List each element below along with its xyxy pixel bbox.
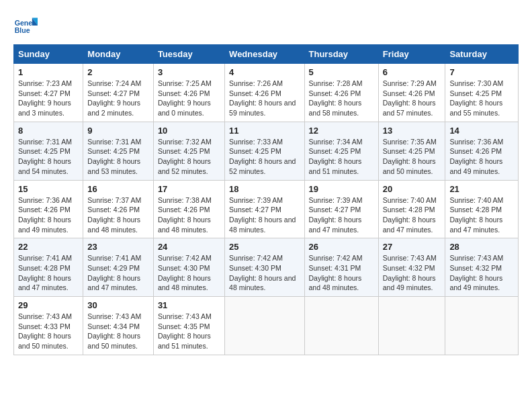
day-detail: Sunrise: 7:37 AMSunset: 4:26 PMDaylight:… [87,195,149,235]
day-number: 1 [18,67,79,77]
calendar-day-cell: 13 Sunrise: 7:35 AMSunset: 4:25 PMDaylig… [378,122,445,180]
day-number: 22 [18,242,79,252]
calendar-week-row: 1 Sunrise: 7:23 AMSunset: 4:27 PMDayligh… [14,64,519,122]
day-number: 18 [229,184,300,194]
day-number: 29 [18,300,79,310]
day-number: 24 [158,242,220,252]
calendar-day-cell: 6 Sunrise: 7:29 AMSunset: 4:26 PMDayligh… [378,64,445,122]
day-detail: Sunrise: 7:26 AMSunset: 4:26 PMDaylight:… [229,79,300,118]
logo: General Blue [13,13,38,38]
calendar-day-cell: 18 Sunrise: 7:39 AMSunset: 4:27 PMDaylig… [225,180,304,238]
day-detail: Sunrise: 7:34 AMSunset: 4:25 PMDaylight:… [309,137,374,177]
day-detail: Sunrise: 7:33 AMSunset: 4:25 PMDaylight:… [229,137,300,177]
calendar-day-cell: 1 Sunrise: 7:23 AMSunset: 4:27 PMDayligh… [14,64,83,122]
day-detail: Sunrise: 7:23 AMSunset: 4:27 PMDaylight:… [18,79,79,118]
day-detail: Sunrise: 7:28 AMSunset: 4:26 PMDaylight:… [309,79,374,118]
calendar-day-cell: 24 Sunrise: 7:42 AMSunset: 4:30 PMDaylig… [153,238,224,297]
calendar-day-cell: 30 Sunrise: 7:43 AMSunset: 4:34 PMDaylig… [83,297,154,355]
day-detail: Sunrise: 7:41 AMSunset: 4:29 PMDaylight:… [87,253,149,293]
day-detail: Sunrise: 7:40 AMSunset: 4:28 PMDaylight:… [383,195,441,235]
day-detail: Sunrise: 7:41 AMSunset: 4:28 PMDaylight:… [18,253,79,293]
calendar-day-cell: 27 Sunrise: 7:43 AMSunset: 4:32 PMDaylig… [378,238,445,297]
day-number: 2 [87,67,149,77]
day-number: 10 [158,126,220,136]
calendar-day-cell: 4 Sunrise: 7:26 AMSunset: 4:26 PMDayligh… [225,64,304,122]
day-detail: Sunrise: 7:43 AMSunset: 4:32 PMDaylight:… [449,253,514,293]
calendar-day-cell: 28 Sunrise: 7:43 AMSunset: 4:32 PMDaylig… [445,238,519,297]
day-detail: Sunrise: 7:25 AMSunset: 4:26 PMDaylight:… [158,79,220,118]
day-number: 15 [18,184,79,194]
day-number: 31 [158,300,220,310]
calendar-week-row: 15 Sunrise: 7:36 AMSunset: 4:26 PMDaylig… [14,180,519,238]
day-detail: Sunrise: 7:38 AMSunset: 4:26 PMDaylight:… [158,195,220,235]
day-detail: Sunrise: 7:36 AMSunset: 4:26 PMDaylight:… [449,137,514,177]
calendar-day-cell: 10 Sunrise: 7:32 AMSunset: 4:25 PMDaylig… [153,122,224,180]
day-detail: Sunrise: 7:31 AMSunset: 4:25 PMDaylight:… [18,137,79,177]
calendar-day-cell: 17 Sunrise: 7:38 AMSunset: 4:26 PMDaylig… [153,180,224,238]
weekday-header-cell: Saturday [445,45,519,64]
calendar-day-cell: 5 Sunrise: 7:28 AMSunset: 4:26 PMDayligh… [304,64,378,122]
weekday-header-cell: Tuesday [153,45,224,64]
calendar-table: SundayMondayTuesdayWednesdayThursdayFrid… [13,44,519,355]
day-detail: Sunrise: 7:40 AMSunset: 4:28 PMDaylight:… [449,195,514,235]
day-detail: Sunrise: 7:43 AMSunset: 4:34 PMDaylight:… [87,312,149,351]
day-detail: Sunrise: 7:36 AMSunset: 4:26 PMDaylight:… [18,195,79,235]
calendar-day-cell: 19 Sunrise: 7:39 AMSunset: 4:27 PMDaylig… [304,180,378,238]
calendar-day-cell: 29 Sunrise: 7:43 AMSunset: 4:33 PMDaylig… [14,297,83,355]
calendar-day-cell: 12 Sunrise: 7:34 AMSunset: 4:25 PMDaylig… [304,122,378,180]
calendar-day-cell: 20 Sunrise: 7:40 AMSunset: 4:28 PMDaylig… [378,180,445,238]
calendar-week-row: 22 Sunrise: 7:41 AMSunset: 4:28 PMDaylig… [14,238,519,297]
calendar-day-cell: 22 Sunrise: 7:41 AMSunset: 4:28 PMDaylig… [14,238,83,297]
calendar-day-cell: 25 Sunrise: 7:42 AMSunset: 4:30 PMDaylig… [225,238,304,297]
day-number: 27 [383,242,441,252]
calendar-day-cell: 2 Sunrise: 7:24 AMSunset: 4:27 PMDayligh… [83,64,154,122]
calendar-day-cell: 26 Sunrise: 7:42 AMSunset: 4:31 PMDaylig… [304,238,378,297]
calendar-day-cell [378,297,445,355]
day-detail: Sunrise: 7:31 AMSunset: 4:25 PMDaylight:… [87,137,149,177]
day-detail: Sunrise: 7:42 AMSunset: 4:30 PMDaylight:… [229,253,300,293]
calendar-day-cell [225,297,304,355]
calendar-body: 1 Sunrise: 7:23 AMSunset: 4:27 PMDayligh… [14,64,519,355]
day-detail: Sunrise: 7:39 AMSunset: 4:27 PMDaylight:… [309,195,374,235]
day-number: 20 [383,184,441,194]
day-number: 8 [18,126,79,136]
calendar-day-cell: 8 Sunrise: 7:31 AMSunset: 4:25 PMDayligh… [14,122,83,180]
day-detail: Sunrise: 7:42 AMSunset: 4:31 PMDaylight:… [309,253,374,293]
day-detail: Sunrise: 7:30 AMSunset: 4:25 PMDaylight:… [449,79,514,118]
svg-text:Blue: Blue [15,26,30,34]
calendar-day-cell: 23 Sunrise: 7:41 AMSunset: 4:29 PMDaylig… [83,238,154,297]
weekday-header-cell: Friday [378,45,445,64]
day-number: 6 [383,67,441,77]
calendar-day-cell: 11 Sunrise: 7:33 AMSunset: 4:25 PMDaylig… [225,122,304,180]
day-number: 23 [87,242,149,252]
calendar-day-cell: 7 Sunrise: 7:30 AMSunset: 4:25 PMDayligh… [445,64,519,122]
calendar-day-cell [445,297,519,355]
day-detail: Sunrise: 7:43 AMSunset: 4:32 PMDaylight:… [383,253,441,293]
weekday-header-cell: Sunday [14,45,83,64]
calendar-day-cell: 16 Sunrise: 7:37 AMSunset: 4:26 PMDaylig… [83,180,154,238]
day-number: 12 [309,126,374,136]
day-number: 3 [158,67,220,77]
calendar-day-cell: 3 Sunrise: 7:25 AMSunset: 4:26 PMDayligh… [153,64,224,122]
day-number: 19 [309,184,374,194]
day-number: 11 [229,126,300,136]
day-number: 4 [229,67,300,77]
day-number: 7 [449,67,514,77]
day-detail: Sunrise: 7:32 AMSunset: 4:25 PMDaylight:… [158,137,220,177]
calendar-day-cell: 31 Sunrise: 7:43 AMSunset: 4:35 PMDaylig… [153,297,224,355]
day-number: 5 [309,67,374,77]
day-detail: Sunrise: 7:43 AMSunset: 4:33 PMDaylight:… [18,312,79,351]
day-detail: Sunrise: 7:42 AMSunset: 4:30 PMDaylight:… [158,253,220,293]
calendar-day-cell [304,297,378,355]
day-detail: Sunrise: 7:43 AMSunset: 4:35 PMDaylight:… [158,312,220,351]
weekday-header-cell: Thursday [304,45,378,64]
day-number: 13 [383,126,441,136]
calendar-day-cell: 9 Sunrise: 7:31 AMSunset: 4:25 PMDayligh… [83,122,154,180]
calendar-week-row: 8 Sunrise: 7:31 AMSunset: 4:25 PMDayligh… [14,122,519,180]
day-detail: Sunrise: 7:24 AMSunset: 4:27 PMDaylight:… [87,79,149,118]
weekday-header-cell: Wednesday [225,45,304,64]
calendar-day-cell: 14 Sunrise: 7:36 AMSunset: 4:26 PMDaylig… [445,122,519,180]
day-number: 17 [158,184,220,194]
day-detail: Sunrise: 7:29 AMSunset: 4:26 PMDaylight:… [383,79,441,118]
page-header: General Blue [13,13,519,38]
